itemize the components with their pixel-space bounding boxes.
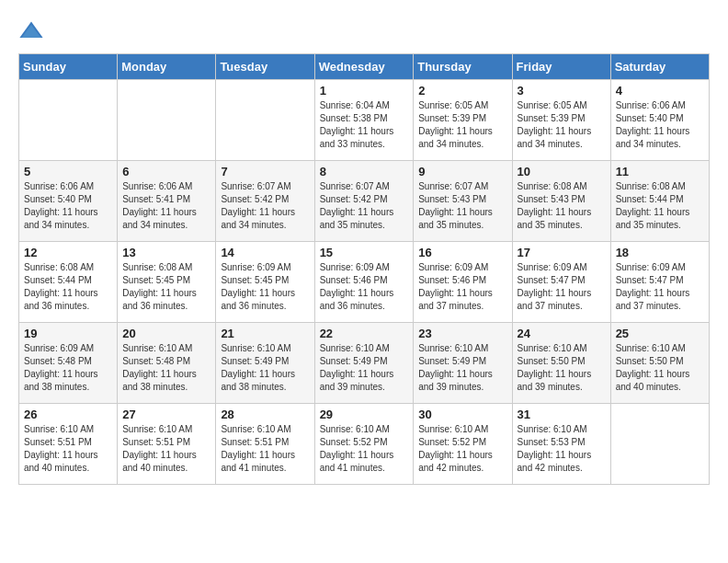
calendar-cell: 23Sunrise: 6:10 AMSunset: 5:49 PMDayligh… (414, 323, 512, 404)
day-number: 28 (221, 408, 309, 421)
calendar-cell: 13Sunrise: 6:08 AMSunset: 5:45 PMDayligh… (118, 242, 216, 323)
day-number: 22 (320, 327, 409, 340)
calendar-week-row: 12Sunrise: 6:08 AMSunset: 5:44 PMDayligh… (19, 242, 710, 323)
calendar-cell: 2Sunrise: 6:05 AMSunset: 5:39 PMDaylight… (414, 80, 512, 161)
day-number: 17 (518, 246, 606, 259)
day-number: 19 (24, 327, 112, 340)
day-number: 16 (418, 246, 506, 259)
day-info: Sunrise: 6:08 AMSunset: 5:45 PMDaylight:… (122, 261, 210, 313)
day-info: Sunrise: 6:09 AMSunset: 5:45 PMDaylight:… (221, 261, 309, 313)
calendar-cell: 24Sunrise: 6:10 AMSunset: 5:50 PMDayligh… (512, 323, 610, 404)
calendar-cell: 4Sunrise: 6:06 AMSunset: 5:40 PMDaylight… (610, 80, 709, 161)
calendar-cell: 15Sunrise: 6:09 AMSunset: 5:46 PMDayligh… (314, 242, 414, 323)
calendar-cell: 9Sunrise: 6:07 AMSunset: 5:43 PMDaylight… (414, 161, 512, 242)
calendar-week-row: 26Sunrise: 6:10 AMSunset: 5:51 PMDayligh… (19, 404, 710, 485)
calendar-cell: 26Sunrise: 6:10 AMSunset: 5:51 PMDayligh… (19, 404, 118, 485)
day-info: Sunrise: 6:05 AMSunset: 5:39 PMDaylight:… (518, 99, 606, 151)
day-info: Sunrise: 6:09 AMSunset: 5:46 PMDaylight:… (418, 261, 506, 313)
day-number: 21 (221, 327, 309, 340)
day-info: Sunrise: 6:06 AMSunset: 5:40 PMDaylight:… (616, 99, 704, 151)
calendar-cell: 3Sunrise: 6:05 AMSunset: 5:39 PMDaylight… (512, 80, 610, 161)
day-number: 15 (320, 246, 409, 259)
day-info: Sunrise: 6:09 AMSunset: 5:48 PMDaylight:… (24, 342, 112, 394)
calendar-cell: 17Sunrise: 6:09 AMSunset: 5:47 PMDayligh… (512, 242, 610, 323)
calendar-cell: 22Sunrise: 6:10 AMSunset: 5:49 PMDayligh… (314, 323, 414, 404)
header-saturday: Saturday (610, 54, 709, 80)
day-number: 23 (418, 327, 506, 340)
calendar-cell: 29Sunrise: 6:10 AMSunset: 5:52 PMDayligh… (314, 404, 414, 485)
calendar-cell: 31Sunrise: 6:10 AMSunset: 5:53 PMDayligh… (512, 404, 610, 485)
calendar-cell (216, 80, 314, 161)
day-info: Sunrise: 6:08 AMSunset: 5:44 PMDaylight:… (24, 261, 112, 313)
day-number: 29 (320, 408, 409, 421)
calendar-cell: 27Sunrise: 6:10 AMSunset: 5:51 PMDayligh… (118, 404, 216, 485)
day-info: Sunrise: 6:10 AMSunset: 5:49 PMDaylight:… (418, 342, 506, 394)
day-number: 2 (418, 84, 506, 98)
calendar-cell: 16Sunrise: 6:09 AMSunset: 5:46 PMDayligh… (414, 242, 512, 323)
day-info: Sunrise: 6:10 AMSunset: 5:48 PMDaylight:… (122, 342, 210, 394)
day-info: Sunrise: 6:09 AMSunset: 5:47 PMDaylight:… (518, 261, 606, 313)
day-number: 31 (518, 408, 606, 421)
calendar-cell (118, 80, 216, 161)
day-number: 10 (518, 165, 606, 178)
calendar-cell: 6Sunrise: 6:06 AMSunset: 5:41 PMDaylight… (118, 161, 216, 242)
header-wednesday: Wednesday (314, 54, 414, 80)
day-number: 13 (122, 246, 210, 259)
calendar-cell: 5Sunrise: 6:06 AMSunset: 5:40 PMDaylight… (19, 161, 118, 242)
day-info: Sunrise: 6:08 AMSunset: 5:44 PMDaylight:… (616, 180, 704, 232)
calendar-week-row: 19Sunrise: 6:09 AMSunset: 5:48 PMDayligh… (19, 323, 710, 404)
day-number: 30 (418, 408, 506, 421)
day-info: Sunrise: 6:10 AMSunset: 5:51 PMDaylight:… (221, 423, 309, 475)
day-number: 14 (221, 246, 309, 259)
day-number: 5 (24, 165, 112, 178)
day-info: Sunrise: 6:07 AMSunset: 5:43 PMDaylight:… (418, 180, 506, 232)
calendar-cell: 11Sunrise: 6:08 AMSunset: 5:44 PMDayligh… (610, 161, 709, 242)
day-info: Sunrise: 6:09 AMSunset: 5:47 PMDaylight:… (616, 261, 704, 313)
calendar-cell: 12Sunrise: 6:08 AMSunset: 5:44 PMDayligh… (19, 242, 118, 323)
day-number: 12 (24, 246, 112, 259)
day-number: 18 (616, 246, 704, 259)
day-info: Sunrise: 6:10 AMSunset: 5:51 PMDaylight:… (24, 423, 112, 475)
logo (18, 18, 48, 44)
calendar-cell: 18Sunrise: 6:09 AMSunset: 5:47 PMDayligh… (610, 242, 709, 323)
calendar-cell: 8Sunrise: 6:07 AMSunset: 5:42 PMDaylight… (314, 161, 414, 242)
calendar-body: 1Sunrise: 6:04 AMSunset: 5:38 PMDaylight… (19, 80, 710, 485)
day-info: Sunrise: 6:07 AMSunset: 5:42 PMDaylight:… (221, 180, 309, 232)
calendar-week-row: 5Sunrise: 6:06 AMSunset: 5:40 PMDaylight… (19, 161, 710, 242)
calendar-cell: 1Sunrise: 6:04 AMSunset: 5:38 PMDaylight… (314, 80, 414, 161)
calendar-cell: 14Sunrise: 6:09 AMSunset: 5:45 PMDayligh… (216, 242, 314, 323)
day-info: Sunrise: 6:05 AMSunset: 5:39 PMDaylight:… (418, 99, 506, 151)
day-number: 8 (320, 165, 409, 178)
day-number: 11 (616, 165, 704, 178)
day-info: Sunrise: 6:10 AMSunset: 5:49 PMDaylight:… (320, 342, 409, 394)
day-info: Sunrise: 6:06 AMSunset: 5:41 PMDaylight:… (122, 180, 210, 232)
day-info: Sunrise: 6:10 AMSunset: 5:53 PMDaylight:… (518, 423, 606, 475)
day-info: Sunrise: 6:10 AMSunset: 5:51 PMDaylight:… (122, 423, 210, 475)
day-info: Sunrise: 6:10 AMSunset: 5:49 PMDaylight:… (221, 342, 309, 394)
day-info: Sunrise: 6:06 AMSunset: 5:40 PMDaylight:… (24, 180, 112, 232)
day-number: 24 (518, 327, 606, 340)
calendar-cell: 30Sunrise: 6:10 AMSunset: 5:52 PMDayligh… (414, 404, 512, 485)
day-number: 20 (122, 327, 210, 340)
day-info: Sunrise: 6:04 AMSunset: 5:38 PMDaylight:… (320, 99, 409, 151)
calendar-cell: 10Sunrise: 6:08 AMSunset: 5:43 PMDayligh… (512, 161, 610, 242)
day-number: 4 (616, 84, 704, 98)
day-number: 7 (221, 165, 309, 178)
calendar-week-row: 1Sunrise: 6:04 AMSunset: 5:38 PMDaylight… (19, 80, 710, 161)
header-monday: Monday (118, 54, 216, 80)
calendar-cell: 21Sunrise: 6:10 AMSunset: 5:49 PMDayligh… (216, 323, 314, 404)
day-number: 3 (518, 84, 606, 98)
header-thursday: Thursday (414, 54, 512, 80)
day-info: Sunrise: 6:10 AMSunset: 5:52 PMDaylight:… (320, 423, 409, 475)
day-info: Sunrise: 6:09 AMSunset: 5:46 PMDaylight:… (320, 261, 409, 313)
header-friday: Friday (512, 54, 610, 80)
day-info: Sunrise: 6:07 AMSunset: 5:42 PMDaylight:… (320, 180, 409, 232)
day-number: 25 (616, 327, 704, 340)
day-info: Sunrise: 6:10 AMSunset: 5:50 PMDaylight:… (616, 342, 704, 394)
day-number: 27 (122, 408, 210, 421)
calendar-cell (610, 404, 709, 485)
page-header (18, 18, 710, 44)
calendar-table: Sunday Monday Tuesday Wednesday Thursday… (18, 53, 710, 485)
calendar-cell: 25Sunrise: 6:10 AMSunset: 5:50 PMDayligh… (610, 323, 709, 404)
day-info: Sunrise: 6:08 AMSunset: 5:43 PMDaylight:… (518, 180, 606, 232)
